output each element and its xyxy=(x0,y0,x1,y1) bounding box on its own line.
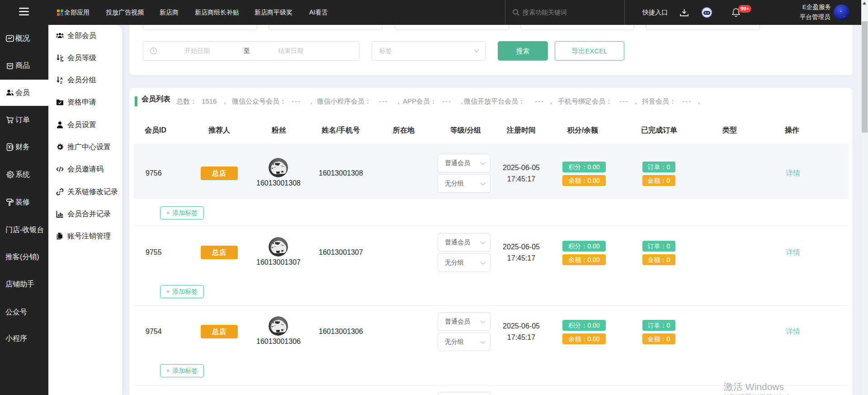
svg-text:A: A xyxy=(60,76,63,81)
svg-text:Z: Z xyxy=(60,81,62,84)
